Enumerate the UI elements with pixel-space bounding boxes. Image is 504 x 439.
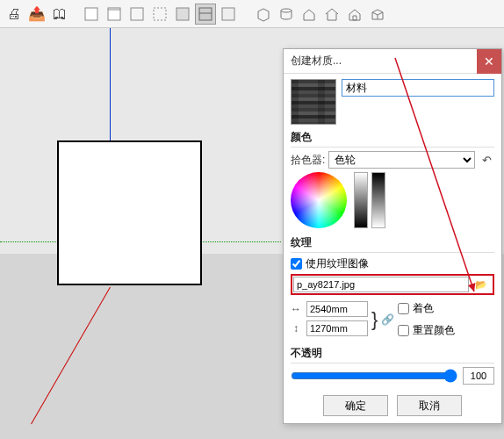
tool-iso-icon[interactable]: 🖨 <box>4 4 25 25</box>
reset-color-checkbox[interactable] <box>398 325 409 336</box>
texture-width-input[interactable] <box>306 301 368 317</box>
value-slider[interactable] <box>354 172 368 228</box>
texture-file-row: 📂 <box>291 274 494 295</box>
use-texture-row[interactable]: 使用纹理图像 <box>291 256 494 271</box>
picker-select[interactable]: 色轮 <box>328 151 475 169</box>
color-section-header: 颜色 <box>291 130 494 148</box>
style-5-icon[interactable] <box>172 4 193 25</box>
view-house3-icon[interactable] <box>344 4 365 25</box>
dialog-title-text: 创建材质... <box>291 54 342 68</box>
style-7-icon[interactable] <box>218 4 239 25</box>
ok-button[interactable]: 确定 <box>323 395 388 416</box>
reset-color-label: 重置颜色 <box>413 323 455 338</box>
view-cylinder-icon[interactable] <box>276 4 297 25</box>
style-3-icon[interactable] <box>126 4 148 25</box>
tool-send-icon[interactable]: 📤 <box>26 4 47 25</box>
style-4-icon[interactable] <box>149 4 170 25</box>
svg-rect-8 <box>222 8 234 20</box>
opacity-slider[interactable] <box>291 369 457 383</box>
svg-rect-6 <box>199 8 212 20</box>
close-button[interactable]: ✕ <box>477 49 501 74</box>
texture-section-header: 纹理 <box>291 235 494 253</box>
view-house2-icon[interactable] <box>321 4 342 25</box>
toolbar: 🖨 📤 🕮 <box>0 0 504 28</box>
svg-point-9 <box>281 9 292 12</box>
reset-color-row[interactable]: 重置颜色 <box>398 323 455 338</box>
svg-rect-0 <box>85 8 97 20</box>
height-arrow-icon: ↕ <box>291 322 301 335</box>
style-1-icon[interactable] <box>81 4 102 25</box>
texture-file-input[interactable] <box>293 277 469 292</box>
link-aspect-icon[interactable]: 🔗 <box>381 313 394 326</box>
tool-help-icon[interactable]: 🕮 <box>49 4 70 25</box>
picker-label: 拾色器: <box>291 153 325 168</box>
svg-rect-3 <box>131 8 143 20</box>
color-wheel[interactable] <box>291 172 347 228</box>
colorize-checkbox[interactable] <box>398 303 409 314</box>
use-texture-label: 使用纹理图像 <box>306 256 369 271</box>
opacity-section-header: 不透明 <box>291 346 494 363</box>
style-2-icon[interactable] <box>104 4 125 25</box>
use-texture-checkbox[interactable] <box>291 258 302 270</box>
undo-color-icon[interactable]: ↶ <box>479 152 494 168</box>
value-slider-2[interactable] <box>371 172 385 228</box>
svg-rect-5 <box>176 8 189 20</box>
drawn-rectangle <box>57 140 202 285</box>
axis-red <box>31 287 111 424</box>
create-material-dialog: 创建材质... ✕ 颜色 拾色器: 色轮 ↶ 纹理 使用纹理图像 📂 <box>283 48 502 424</box>
width-arrow-icon: ↔ <box>291 303 301 315</box>
opacity-value-input[interactable] <box>463 367 494 385</box>
view-box-icon[interactable] <box>253 4 274 25</box>
browse-texture-button[interactable]: 📂 <box>471 277 492 292</box>
colorize-row[interactable]: 着色 <box>398 301 455 316</box>
dialog-titlebar[interactable]: 创建材质... ✕ <box>284 49 501 74</box>
colorize-label: 着色 <box>413 301 434 316</box>
view-house1-icon[interactable] <box>299 4 320 25</box>
cancel-button[interactable]: 取消 <box>397 395 462 416</box>
material-name-input[interactable] <box>342 79 494 97</box>
view-openbox-icon[interactable] <box>367 4 388 25</box>
style-6-icon[interactable] <box>195 4 216 25</box>
texture-height-input[interactable] <box>306 320 368 336</box>
bracket-icon: } <box>371 312 378 327</box>
svg-rect-4 <box>154 8 166 20</box>
material-preview <box>291 79 336 125</box>
